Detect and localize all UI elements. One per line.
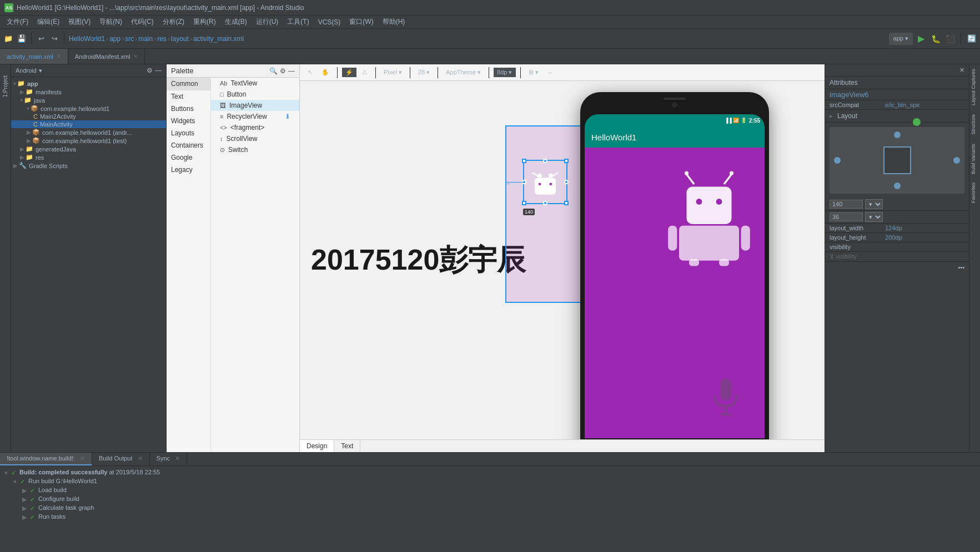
tab-activity-main-close[interactable]: ✕: [57, 53, 61, 59]
prop-lw-value[interactable]: 124dp: [885, 225, 902, 231]
sidebar-tab-project[interactable]: 1:Project: [1, 64, 9, 108]
constraint-toggle[interactable]: ⚡: [342, 68, 356, 77]
props-overflow-btn[interactable]: •••: [958, 264, 964, 271]
constraint-handle-right[interactable]: [953, 157, 960, 164]
sidebar-tab-build-variants[interactable]: Build Variants: [969, 139, 980, 179]
category-google[interactable]: Google: [167, 151, 210, 164]
error-toggle[interactable]: ⚠: [359, 68, 371, 77]
build-arrow-0[interactable]: ▾: [4, 469, 8, 477]
palette-close-icon[interactable]: —: [288, 67, 295, 75]
menu-edit[interactable]: 编辑(E): [33, 16, 64, 28]
run-app-dropdown[interactable]: app ▾: [889, 33, 913, 45]
tree-item-mainactivity[interactable]: C MainActivity: [11, 120, 166, 128]
handle-tm[interactable]: [543, 159, 547, 163]
breadcrumb-res[interactable]: res: [157, 35, 167, 43]
design-select-tool[interactable]: ↖: [304, 68, 316, 77]
toolbar-btn-2[interactable]: 💾: [16, 33, 28, 45]
tree-item-app[interactable]: ▾ 📁 app: [11, 79, 166, 88]
palette-settings-icon[interactable]: ⚙: [280, 67, 286, 75]
bottom-tab-sync-close[interactable]: ✕: [175, 455, 180, 462]
handle-bl[interactable]: [522, 201, 526, 205]
bottom-tab-output-close[interactable]: ✕: [138, 455, 143, 462]
design-canvas[interactable]: 20175120彭宇辰: [300, 81, 825, 439]
palette-item-button[interactable]: □ Button: [211, 89, 299, 100]
tree-item-java[interactable]: ▾ 📁 java: [11, 96, 166, 104]
category-legacy[interactable]: Legacy: [167, 164, 210, 176]
prop-srccompat-value[interactable]: e/ic_btn_spe: [885, 102, 919, 108]
margin-dropdown[interactable]: 8dp ▾: [494, 68, 515, 77]
run-button[interactable]: ▶: [915, 33, 927, 45]
tab-activity-main[interactable]: activity_main.xml ✕: [0, 49, 68, 64]
category-widgets[interactable]: Widgets: [167, 115, 210, 127]
menu-vcs[interactable]: VCS(S): [314, 17, 345, 27]
guidelines-toggle[interactable]: ↔: [544, 68, 557, 77]
breadcrumb-src[interactable]: src: [125, 35, 134, 43]
align-dropdown[interactable]: ⊞ ▾: [525, 68, 542, 77]
menu-refactor[interactable]: 重构(R): [189, 16, 220, 28]
palette-item-scrollview[interactable]: ↕ ScrollView: [211, 133, 299, 144]
handle-tl[interactable]: [522, 159, 526, 163]
tab-manifest-close[interactable]: ✕: [133, 53, 138, 59]
build-arrow-3[interactable]: ▶: [22, 496, 27, 503]
sidebar-tab-structure[interactable]: Structure: [969, 110, 980, 139]
tab-manifest[interactable]: AndroidManifest.xml ✕: [68, 49, 145, 64]
menu-run[interactable]: 运行(U): [252, 16, 283, 28]
size-dropdown-left[interactable]: ▾: [865, 199, 883, 209]
menu-analyze[interactable]: 分析(Z): [158, 16, 189, 28]
menu-tools[interactable]: 工具(T): [283, 16, 313, 28]
handle-br[interactable]: [564, 201, 569, 205]
theme-dropdown[interactable]: AppTheme ▾: [443, 68, 484, 77]
palette-item-switch[interactable]: ⊙ Switch: [211, 144, 299, 155]
handle-tr[interactable]: [564, 159, 569, 163]
project-settings-icon[interactable]: ⚙: [147, 67, 153, 74]
palette-item-fragment[interactable]: <> <fragment>: [211, 122, 299, 133]
breadcrumb-file[interactable]: activity_main.xml: [193, 35, 244, 43]
palette-item-imageview[interactable]: 🖼 ImageView: [211, 100, 299, 111]
breadcrumb-app[interactable]: app: [109, 35, 120, 43]
api-dropdown[interactable]: 28 ▾: [415, 68, 433, 77]
bottom-tab-build-close[interactable]: ✕: [80, 455, 85, 462]
toolbar-redo[interactable]: ↪: [48, 33, 61, 45]
size-dropdown-top[interactable]: ▾: [865, 212, 883, 222]
menu-view[interactable]: 视图(V): [64, 16, 95, 28]
tree-item-gradle[interactable]: ▶ 🔧 Gradle Scripts: [11, 161, 166, 170]
palette-item-textview[interactable]: Ab TextView: [211, 78, 299, 89]
constraint-handle-left[interactable]: [834, 157, 841, 164]
debug-button[interactable]: 🐛: [929, 33, 942, 45]
constraint-handle-bottom[interactable]: [894, 183, 901, 189]
category-layouts[interactable]: Layouts: [167, 127, 210, 139]
layout-expand-arrow[interactable]: ▸: [830, 112, 833, 120]
toolbar-btn-1[interactable]: 📁: [2, 33, 14, 45]
category-buttons[interactable]: Buttons: [167, 103, 210, 115]
menu-window[interactable]: 窗口(W): [345, 16, 378, 28]
build-arrow-5[interactable]: ▶: [22, 514, 27, 521]
prop-lh-value[interactable]: 200dp: [885, 234, 902, 241]
tree-item-manifests[interactable]: ▶ 📁 manifests: [11, 88, 166, 96]
sidebar-tab-captures[interactable]: Layout Captures: [969, 64, 980, 110]
props-close-btn[interactable]: ✕: [959, 67, 964, 74]
constraint-top-input[interactable]: [830, 212, 863, 221]
project-dropdown-arrow[interactable]: ▾: [39, 67, 42, 74]
bottom-tab-output[interactable]: Build Output ✕: [92, 453, 150, 465]
menu-code[interactable]: 代码(C): [127, 16, 158, 28]
menu-build[interactable]: 生成(B): [220, 16, 252, 28]
handle-mr[interactable]: [564, 180, 569, 184]
constraint-handle-top[interactable]: [894, 131, 901, 138]
stop-button[interactable]: ⬛: [944, 33, 956, 45]
tree-item-main2activity[interactable]: C Main2Activity: [11, 113, 166, 120]
tree-item-package-andr[interactable]: ▶ 📦 com.example.helloworld1 (andr...: [11, 128, 166, 136]
build-arrow-2[interactable]: ▶: [22, 487, 27, 494]
sidebar-tab-favorites[interactable]: Favorites: [969, 178, 980, 207]
tree-item-res[interactable]: ▶ 📁 res: [11, 153, 166, 161]
project-minimize-icon[interactable]: —: [155, 67, 162, 74]
menu-navigate[interactable]: 导航(N): [95, 16, 127, 28]
tree-item-generated[interactable]: ▶ 📁 generatedJava: [11, 145, 166, 153]
menu-help[interactable]: 帮助(H): [378, 16, 410, 28]
palette-item-recyclerview[interactable]: ≡ RecyclerView ⬇: [211, 111, 299, 122]
bottom-tab-sync[interactable]: Sync ✕: [150, 453, 188, 465]
canvas-tab-text[interactable]: Text: [334, 440, 360, 452]
sync-button[interactable]: 🔄: [966, 33, 978, 45]
menu-file[interactable]: 文件(F): [2, 16, 33, 28]
canvas-tab-design[interactable]: Design: [300, 440, 334, 452]
selected-imageview[interactable]: [523, 160, 567, 204]
